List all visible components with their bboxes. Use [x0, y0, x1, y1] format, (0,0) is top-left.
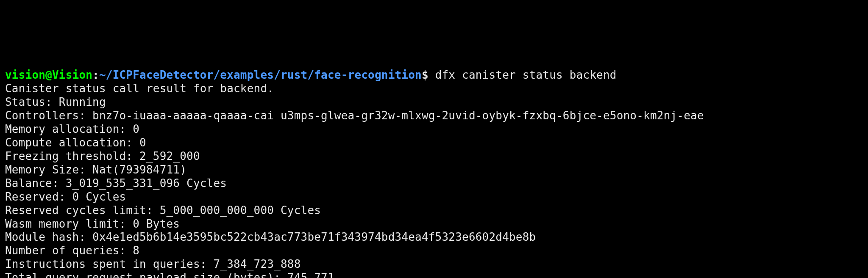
command-text: dfx canister status backend [435, 69, 617, 81]
module-hash-value: 0x4e1ed5b6b14e3595bc522cb43ac773be71f343… [92, 231, 536, 243]
status-value: Running [59, 96, 106, 108]
instructions-spent-label: Instructions spent in queries: [5, 258, 213, 270]
freezing-threshold-value: 2_592_000 [139, 150, 200, 162]
reserved-label: Reserved: [5, 190, 72, 203]
freezing-threshold-label: Freezing threshold: [5, 150, 139, 162]
prompt-path: ~/ICPFaceDetector/examples/rust/face-rec… [99, 69, 422, 81]
status-label: Status: [5, 96, 59, 108]
balance-value: 3_019_535_331_096 Cycles [66, 177, 227, 190]
instructions-spent-value: 7_384_723_888 [213, 258, 300, 270]
number-of-queries-value: 8 [133, 244, 139, 257]
reserved-value: 0 Cycles [72, 190, 126, 203]
wasm-memory-limit-label: Wasm memory limit: [5, 217, 133, 230]
prompt-user-host: vision@Vision [5, 69, 92, 81]
total-query-request-label: Total query request payload size (bytes)… [5, 271, 287, 278]
reserved-cycles-limit-label: Reserved cycles limit: [5, 204, 160, 217]
number-of-queries-label: Number of queries: [5, 244, 133, 257]
memory-size-label: Memory Size: [5, 163, 92, 176]
reserved-cycles-limit-value: 5_000_000_000_000 Cycles [160, 204, 321, 217]
wasm-memory-limit-value: 0 Bytes [133, 217, 180, 230]
memory-size-value: Nat(793984711) [92, 163, 186, 176]
module-hash-label: Module hash: [5, 231, 92, 243]
controllers-value: bnz7o-iuaaa-aaaaa-qaaaa-cai u3mps-glwea-… [92, 109, 704, 122]
output-header: Canister status call result for backend. [5, 82, 274, 95]
compute-allocation-label: Compute allocation: [5, 136, 139, 149]
controllers-label: Controllers: [5, 109, 92, 122]
terminal[interactable]: vision@Vision:~/ICPFaceDetector/examples… [0, 68, 868, 278]
total-query-request-value: 745_771 [287, 271, 334, 278]
prompt-separator-1: : [92, 69, 99, 81]
prompt-separator-2: $ [422, 69, 435, 81]
balance-label: Balance: [5, 177, 66, 190]
compute-allocation-value: 0 [139, 136, 146, 149]
memory-allocation-value: 0 [133, 123, 139, 135]
memory-allocation-label: Memory allocation: [5, 123, 133, 135]
